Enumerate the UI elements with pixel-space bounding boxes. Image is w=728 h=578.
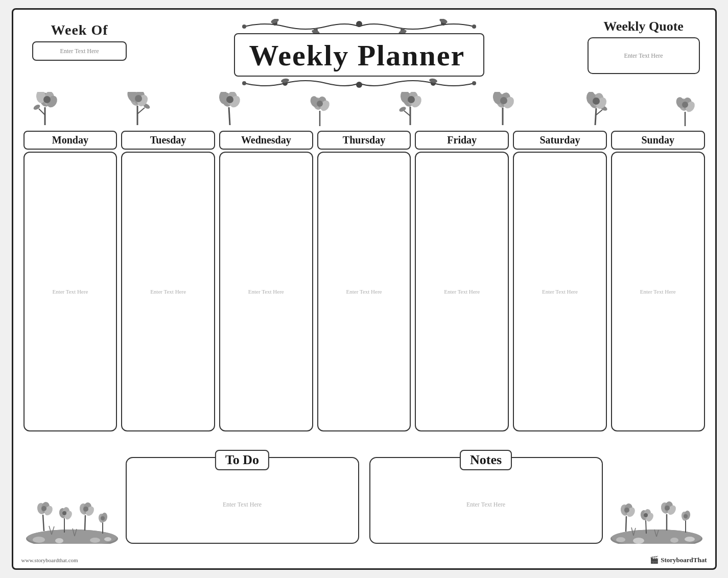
svg-point-76 [33, 537, 45, 543]
friday-header: Friday [415, 131, 509, 150]
quote-section: Weekly Quote Enter Text Here [582, 19, 705, 74]
svg-point-118 [644, 513, 648, 517]
svg-point-108 [685, 537, 695, 542]
wednesday-header: Wednesday [219, 131, 313, 150]
thursday-placeholder: Enter Text Here [344, 286, 384, 297]
monday-box[interactable]: Enter Text Here [24, 152, 118, 431]
week-of-placeholder: Enter Text Here [60, 47, 99, 55]
todo-label: To Do [225, 452, 259, 467]
svg-point-123 [665, 505, 670, 511]
footer-brand: 🎬 StoryboardThat [650, 556, 707, 564]
flowers-row [24, 93, 705, 130]
day-column-thursday: Thursday Enter Text Here [317, 131, 411, 431]
notes-label: Notes [470, 452, 502, 467]
friday-box[interactable]: Enter Text Here [415, 152, 509, 431]
flower-6 [486, 92, 520, 130]
tuesday-box[interactable]: Enter Text Here [121, 152, 215, 431]
sunday-box[interactable]: Enter Text Here [611, 152, 705, 431]
bottom-right-decoration [608, 477, 705, 544]
wednesday-label: Wednesday [241, 134, 291, 146]
svg-point-33 [135, 95, 142, 102]
flower-1 [29, 92, 62, 130]
svg-point-89 [62, 511, 66, 515]
storyboard-icon: 🎬 [650, 556, 659, 564]
bottom-left-decoration [24, 477, 121, 544]
wednesday-placeholder: Enter Text Here [246, 286, 286, 297]
left-ground-flowers [24, 477, 121, 544]
svg-line-80 [43, 515, 44, 531]
quote-title: Weekly Quote [603, 19, 684, 34]
week-of-title: Week Of [51, 22, 108, 38]
week-of-section: Week Of Enter Text Here [24, 19, 136, 61]
day-column-monday: Monday Enter Text Here [24, 131, 118, 431]
notes-label-wrapper: Notes [460, 450, 512, 470]
quote-placeholder: Enter Text Here [624, 52, 663, 60]
todo-label-wrapper: To Do [215, 450, 269, 470]
svg-point-107 [670, 538, 678, 543]
sunday-placeholder: Enter Text Here [638, 286, 678, 297]
svg-point-79 [104, 537, 111, 541]
svg-line-109 [626, 516, 626, 532]
flower-4 [306, 94, 334, 130]
svg-line-60 [595, 108, 596, 125]
tuesday-label: Tuesday [150, 134, 186, 146]
footer-website: www.storyboardthat.com [21, 557, 78, 563]
svg-line-114 [646, 520, 646, 534]
footer: www.storyboardthat.com 🎬 StoryboardThat [21, 556, 707, 564]
day-column-tuesday: Tuesday Enter Text Here [121, 131, 215, 431]
svg-point-127 [684, 514, 688, 518]
tuesday-header: Tuesday [121, 131, 215, 150]
svg-point-53 [408, 96, 415, 103]
monday-header: Monday [24, 131, 118, 150]
quote-box[interactable]: Enter Text Here [588, 37, 700, 74]
svg-point-67 [593, 98, 600, 105]
svg-point-0 [242, 25, 246, 29]
day-column-friday: Friday Enter Text Here [415, 131, 509, 431]
saturday-placeholder: Enter Text Here [540, 286, 580, 297]
svg-point-113 [624, 508, 629, 513]
svg-point-84 [41, 506, 46, 511]
title-section: Weekly Planner [226, 19, 492, 91]
saturday-label: Saturday [540, 134, 580, 146]
monday-label: Monday [52, 134, 88, 146]
tuesday-placeholder: Enter Text Here [148, 286, 188, 297]
flower-5 [394, 92, 427, 130]
vine-top-decoration [234, 19, 484, 34]
todo-placeholder: Enter Text Here [223, 501, 262, 509]
saturday-box[interactable]: Enter Text Here [513, 152, 607, 431]
svg-line-61 [596, 110, 602, 115]
main-title: Weekly Planner [249, 39, 465, 72]
bottom-section: To Do Enter Text Here Notes Enter Text H… [24, 442, 705, 544]
saturday-header: Saturday [513, 131, 607, 150]
friday-label: Friday [447, 134, 477, 146]
svg-point-25 [43, 96, 51, 103]
sunday-header: Sunday [611, 131, 705, 150]
svg-point-59 [500, 97, 507, 104]
svg-point-77 [55, 538, 63, 543]
todo-section: To Do Enter Text Here [126, 457, 359, 544]
notes-placeholder: Enter Text Here [466, 501, 505, 509]
thursday-label: Thursday [343, 134, 385, 146]
flower-7 [579, 92, 612, 130]
thursday-box[interactable]: Enter Text Here [317, 152, 411, 431]
week-of-input[interactable]: Enter Text Here [32, 41, 127, 61]
flower-8 [671, 94, 699, 130]
svg-point-6 [472, 25, 476, 29]
wednesday-box[interactable]: Enter Text Here [219, 152, 313, 431]
svg-point-94 [83, 507, 88, 512]
svg-point-105 [616, 537, 625, 542]
svg-point-39 [226, 96, 233, 103]
svg-point-11 [242, 81, 246, 85]
day-column-sunday: Sunday Enter Text Here [611, 131, 705, 431]
notes-section: Notes Enter Text Here [369, 457, 603, 544]
vine-bottom-decoration [234, 76, 484, 91]
thursday-header: Thursday [317, 131, 411, 150]
svg-line-27 [137, 108, 145, 114]
header: Week Of Enter Text Here [24, 19, 705, 91]
title-frame: Weekly Planner [234, 33, 484, 77]
svg-line-34 [229, 107, 230, 125]
svg-point-3 [356, 21, 362, 27]
footer-brand-name: StoryboardThat [661, 556, 707, 564]
svg-point-73 [682, 102, 688, 108]
sunday-label: Sunday [641, 134, 674, 146]
